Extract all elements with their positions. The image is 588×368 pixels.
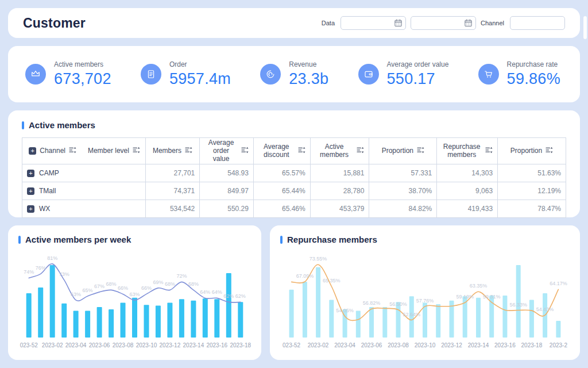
expand-icon[interactable]: + [29, 147, 36, 155]
svg-text:2023-18: 2023-18 [521, 342, 543, 348]
table-cell: 9,063 [437, 182, 498, 200]
sort-icon[interactable] [185, 147, 192, 156]
svg-text:64.17%: 64.17% [550, 281, 567, 286]
expand-icon[interactable]: + [27, 170, 34, 177]
svg-text:2023-02: 2023-02 [308, 342, 329, 348]
scrollbar-thumb[interactable] [583, 16, 587, 39]
repurchase-members-bar [356, 310, 361, 338]
table-cell: 453,379 [310, 200, 369, 218]
svg-text:73.55%: 73.55% [310, 256, 327, 262]
svg-text:2023-10: 2023-10 [415, 342, 436, 348]
kpi-label: Revenue [289, 60, 328, 68]
chart-section-title: Repurchase members [280, 235, 570, 244]
svg-text:2023-2: 2023-2 [550, 342, 568, 348]
date-to-box [411, 16, 476, 30]
active-members-table-card: Active members +ChannelMember levelMembe… [8, 110, 580, 217]
active-members-bar [38, 288, 43, 338]
active-members-bar [203, 298, 208, 338]
column-header[interactable]: Member level [83, 138, 145, 164]
expand-icon[interactable]: + [27, 205, 34, 213]
active-members-bar [238, 302, 243, 338]
svg-text:68%: 68% [188, 281, 199, 287]
active-members-bar [132, 298, 137, 338]
table-cell: 51.63% [498, 164, 566, 182]
date-from-input[interactable] [341, 16, 406, 30]
section-title-text: Active members [29, 120, 95, 130]
kpi-value: 673,702 [54, 70, 111, 88]
svg-text:67%: 67% [94, 283, 105, 289]
svg-text:64%: 64% [200, 289, 210, 295]
active-members-bar [214, 299, 219, 338]
wallet-icon [358, 64, 379, 85]
table-cell: 27,701 [145, 164, 200, 182]
date-to-input[interactable] [411, 16, 476, 30]
sort-icon[interactable] [546, 147, 553, 156]
svg-text:54.05%: 54.05% [336, 308, 354, 313]
sort-icon[interactable] [133, 147, 140, 156]
svg-text:65%: 65% [83, 288, 93, 293]
kpi-revenue: Revenue 23.3b [260, 60, 328, 88]
kpi-value: 5957.4m [169, 70, 231, 88]
svg-text:66%: 66% [118, 285, 128, 291]
svg-text:74%: 74% [24, 269, 34, 275]
column-header-label: Proportion [382, 147, 413, 155]
crown-icon [25, 64, 46, 85]
svg-text:2023-12: 2023-12 [160, 342, 181, 348]
svg-text:023-52: 023-52 [20, 342, 38, 348]
svg-text:68%: 68% [106, 281, 117, 287]
svg-text:2023-06: 2023-06 [89, 342, 110, 348]
sort-icon[interactable] [241, 147, 249, 156]
svg-text:56.33%: 56.33% [509, 302, 527, 308]
svg-text:68%: 68% [165, 281, 175, 287]
kpi-card: Active members 673,702 Order 5957.4m Rev… [8, 46, 580, 102]
table-row[interactable]: +CAMP27,701548.9365.57%15,88157.33114,30… [22, 164, 566, 182]
sort-icon[interactable] [417, 147, 424, 156]
column-header[interactable]: Active members [310, 138, 369, 164]
table-cell: 84.82% [369, 200, 437, 218]
channel-input[interactable] [510, 16, 565, 30]
column-header[interactable]: Proportion [369, 138, 437, 164]
svg-text:2023-16: 2023-16 [206, 342, 227, 348]
svg-text:76%: 76% [36, 265, 46, 271]
repurchase-members-bar [382, 307, 387, 338]
sort-icon[interactable] [298, 147, 305, 156]
sort-icon[interactable] [357, 147, 364, 156]
expand-icon[interactable]: + [27, 187, 34, 195]
section-marker [280, 236, 283, 244]
repurchase-members-bar [556, 321, 560, 338]
active-members-bar [109, 309, 114, 338]
svg-text:2023-18: 2023-18 [230, 342, 251, 348]
sort-icon[interactable] [485, 147, 493, 156]
active-members-bar [85, 310, 90, 338]
repurchase-members-bar [316, 267, 320, 338]
channel-name: TMall [39, 187, 56, 195]
column-header[interactable]: Repurchase members [437, 138, 498, 164]
active-members-table: +ChannelMember levelMembersAverage order… [22, 137, 566, 218]
column-header-label: Active members [315, 143, 354, 159]
sort-icon[interactable] [69, 147, 76, 156]
table-cell: 14,303 [437, 164, 498, 182]
svg-text:59.31%: 59.31% [483, 294, 501, 300]
kpi-value: 23.3b [289, 70, 328, 88]
svg-text:62%: 62% [235, 293, 246, 299]
active-members-bar [191, 301, 196, 338]
column-header[interactable]: Average discount [253, 138, 310, 164]
kpi-active-members: Active members 673,702 [25, 60, 111, 88]
repurchase-members-bar [329, 300, 334, 338]
column-header-label: Average discount [258, 143, 295, 159]
active-members-bar [50, 265, 55, 338]
svg-text:64%: 64% [212, 289, 222, 295]
table-row[interactable]: +TMall74,371849.9765.44%28,78038.70%9,06… [22, 182, 566, 200]
active-members-per-week-chart: 74%76%81%73%63%65%67%68%66%63%66%69%68%7… [18, 247, 251, 354]
column-header[interactable]: Average order value [200, 138, 254, 164]
repurchase-members-bar [289, 290, 294, 338]
column-header[interactable]: Proportion [498, 138, 566, 164]
column-header[interactable]: Members [145, 138, 200, 164]
kpi-average-order-value: Average order value 550.17 [358, 60, 449, 88]
column-header[interactable]: +Channel [22, 138, 83, 164]
table-row[interactable]: +WX534,542550.2965.46%453,37984.82%419,4… [22, 200, 566, 218]
svg-text:66%: 66% [141, 285, 152, 291]
revenue-icon [260, 64, 281, 85]
repurchase-members-bar [502, 296, 507, 338]
repurchase-members-chart: 67.09%73.55%65.35%54.05%56.82%56.50%52.6… [280, 247, 570, 354]
